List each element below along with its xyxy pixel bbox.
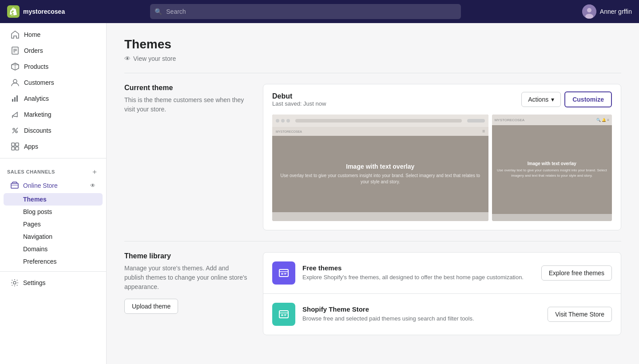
marketing-icon <box>11 110 20 119</box>
svg-rect-19 <box>16 143 19 146</box>
svg-rect-32 <box>281 314 283 316</box>
apps-icon <box>11 142 20 151</box>
view-store-link[interactable]: 👁 View your store <box>124 55 621 62</box>
free-themes-option: Free themes Explore Shopify's free theme… <box>263 253 621 294</box>
top-navigation: mystorecosea 🔍 Anner grffin <box>0 0 639 23</box>
search-container: 🔍 <box>150 4 461 19</box>
theme-name: Debut <box>272 92 326 100</box>
current-theme-description: Current theme This is the theme customer… <box>124 84 249 230</box>
sidebar-item-settings[interactable]: Settings <box>4 275 103 290</box>
visit-theme-store-button[interactable]: Visit Theme Store <box>548 307 612 322</box>
user-menu[interactable]: Anner grffin <box>582 4 632 19</box>
sidebar: Home Orders Products Customers Analytics <box>0 23 107 364</box>
current-theme-section: Current theme This is the theme customer… <box>124 84 621 230</box>
user-avatar <box>582 4 596 19</box>
preview-image-overlay: Image with text overlay Use overlay text… <box>272 136 488 212</box>
sidebar-item-home[interactable]: Home <box>4 27 103 43</box>
theme-store-icon <box>272 303 295 326</box>
svg-rect-20 <box>12 147 15 150</box>
sidebar-subitem-domains[interactable]: Domains <box>4 243 103 255</box>
add-sales-channel-button[interactable]: ＋ <box>90 167 99 176</box>
sidebar-item-products[interactable]: Products <box>4 59 103 75</box>
products-icon <box>11 62 20 71</box>
svg-point-1 <box>587 8 591 12</box>
theme-library-card: Free themes Explore Shopify's free theme… <box>263 252 621 335</box>
svg-rect-18 <box>12 143 15 146</box>
search-icon: 🔍 <box>155 8 162 15</box>
preview-dot-3 <box>286 119 290 123</box>
sidebar-subitem-themes[interactable]: Themes <box>4 193 103 206</box>
analytics-icon <box>11 94 20 103</box>
sales-channels-label: Sales Channels ＋ <box>0 162 106 178</box>
brand-logo[interactable]: mystorecosea <box>7 5 87 18</box>
theme-card-header: Debut Last saved: Just now Actions ▾ Cus… <box>263 84 621 115</box>
theme-library-description: Theme library Manage your store's themes… <box>124 252 249 335</box>
explore-free-themes-button[interactable]: Explore free themes <box>541 265 612 281</box>
svg-rect-25 <box>279 269 288 277</box>
user-name: Anner grffin <box>600 8 632 15</box>
theme-store-option: Shopify Theme Store Browse free and sele… <box>263 294 621 335</box>
sidebar-item-online-store[interactable]: Online Store 👁 <box>4 178 103 193</box>
svg-rect-22 <box>11 183 18 188</box>
theme-preview: MYSTORECOSEA ☰ Image with text overlay U… <box>263 115 621 230</box>
discounts-icon <box>11 126 20 135</box>
sidebar-item-discounts[interactable]: Discounts <box>4 123 103 138</box>
sidebar-subitem-blog-posts[interactable]: Blog posts <box>4 206 103 218</box>
svg-point-10 <box>13 79 17 83</box>
sidebar-subitem-preferences[interactable]: Preferences <box>4 255 103 268</box>
eye-preview-icon: 👁 <box>124 55 131 62</box>
theme-saved: Last saved: Just now <box>272 100 326 107</box>
shopify-logo-icon <box>7 5 20 18</box>
online-store-icon <box>11 182 19 190</box>
svg-point-24 <box>13 281 16 284</box>
chevron-down-icon: ▾ <box>551 96 554 103</box>
page-title: Themes <box>124 37 621 51</box>
svg-rect-13 <box>16 95 18 102</box>
orders-icon <box>11 46 20 55</box>
theme-library-section: Theme library Manage your store's themes… <box>124 252 621 335</box>
svg-rect-27 <box>281 273 283 275</box>
home-icon <box>11 30 20 39</box>
preview-side-image-overlay: Image with text overlay Use overlay text… <box>492 125 612 214</box>
sidebar-item-apps[interactable]: Apps <box>4 138 103 154</box>
current-theme-card: Debut Last saved: Just now Actions ▾ Cus… <box>263 84 621 230</box>
main-content: Themes 👁 View your store Current theme T… <box>107 23 639 364</box>
sidebar-item-analytics[interactable]: Analytics <box>4 91 103 107</box>
svg-point-15 <box>13 128 15 130</box>
svg-rect-12 <box>14 97 16 102</box>
eye-icon: 👁 <box>90 182 95 189</box>
preview-side: MYSTORECOSEA 🔍 🔔 ≡ Image with text overl… <box>492 115 612 221</box>
search-input[interactable] <box>150 4 461 19</box>
brand-name: mystorecosea <box>23 8 65 15</box>
svg-point-16 <box>16 131 17 133</box>
customize-button[interactable]: Customize <box>564 91 612 107</box>
upload-theme-button[interactable]: Upload theme <box>124 299 178 314</box>
preview-dot-1 <box>276 119 279 123</box>
sidebar-item-customers[interactable]: Customers <box>4 75 103 91</box>
customers-icon <box>11 78 20 87</box>
free-themes-icon <box>272 261 295 285</box>
sidebar-item-marketing[interactable]: Marketing <box>4 107 103 123</box>
settings-icon <box>11 279 19 287</box>
preview-main: MYSTORECOSEA ☰ Image with text overlay U… <box>272 115 488 221</box>
sidebar-subitem-navigation[interactable]: Navigation <box>4 230 103 243</box>
svg-rect-11 <box>12 99 13 102</box>
sidebar-subitem-pages[interactable]: Pages <box>4 218 103 230</box>
sidebar-item-orders[interactable]: Orders <box>4 43 103 59</box>
svg-rect-30 <box>279 311 288 318</box>
actions-button[interactable]: Actions ▾ <box>521 92 561 107</box>
svg-rect-21 <box>16 147 19 150</box>
preview-dot-2 <box>281 119 285 123</box>
